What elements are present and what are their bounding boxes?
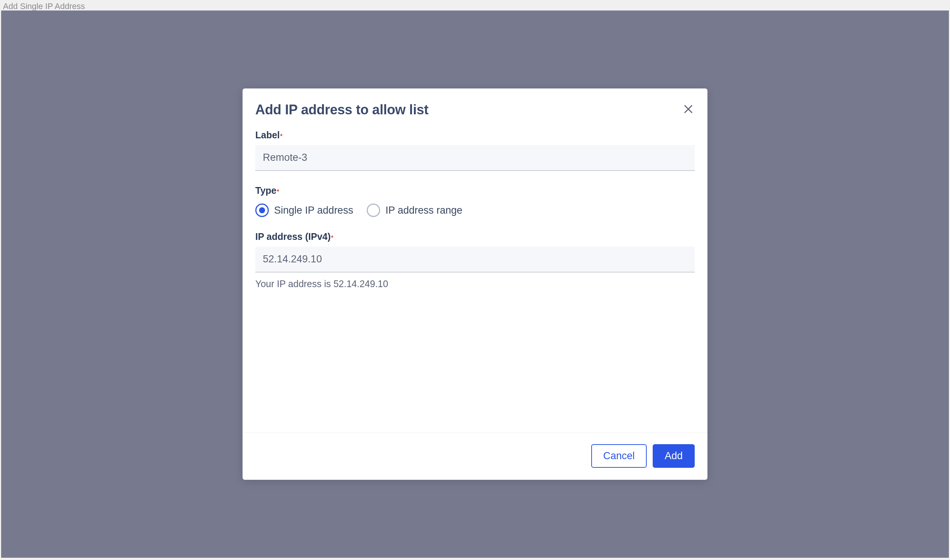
ip-input[interactable] (255, 247, 695, 272)
label-field-group: Label* (255, 130, 695, 171)
modal-header: Add IP address to allow list (243, 88, 707, 125)
radio-ip-range-label: IP address range (385, 205, 462, 216)
modal-backdrop: Add IP address to allow list Label* Type… (1, 11, 949, 558)
ip-hint-text: Your IP address is 52.14.249.10 (255, 278, 695, 289)
required-asterisk: * (280, 133, 282, 140)
radio-single-ip[interactable]: Single IP address (255, 203, 353, 217)
add-button[interactable]: Add (653, 444, 695, 468)
radio-ip-range[interactable]: IP address range (366, 203, 462, 217)
label-field-label: Label (255, 130, 280, 140)
radio-circle-icon (255, 203, 269, 217)
close-button[interactable] (682, 103, 695, 115)
radio-single-ip-label: Single IP address (274, 205, 353, 216)
cancel-button[interactable]: Cancel (591, 444, 647, 468)
label-input[interactable] (255, 145, 695, 171)
window-title: Add Single IP Address (3, 2, 85, 11)
required-asterisk: * (277, 189, 279, 195)
ip-field-group: IP address (IPv4)* Your IP address is 52… (255, 231, 695, 289)
modal-footer: Cancel Add (243, 432, 707, 480)
type-radio-row: Single IP address IP address range (255, 203, 695, 217)
type-field-label: Type (255, 185, 277, 196)
modal-title: Add IP address to allow list (255, 102, 428, 118)
modal-body: Label* Type* Single IP address (243, 125, 707, 432)
radio-dot-icon (259, 207, 265, 213)
close-icon (683, 103, 694, 115)
ip-field-label: IP address (IPv4) (255, 231, 331, 242)
type-field-group: Type* Single IP address IP address range (255, 185, 695, 217)
add-ip-modal: Add IP address to allow list Label* Type… (243, 88, 707, 480)
window-title-bar: Add Single IP Address (0, 0, 950, 11)
radio-circle-icon (366, 203, 380, 217)
required-asterisk: * (331, 235, 333, 241)
